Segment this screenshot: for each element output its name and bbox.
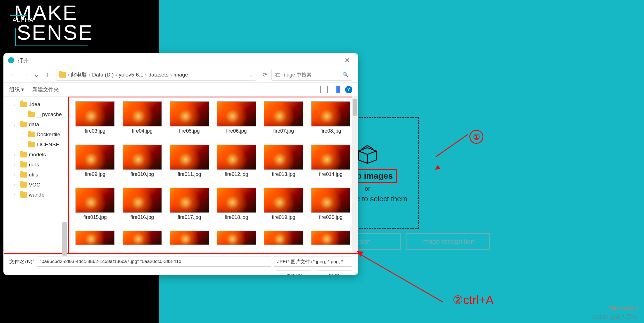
tree-item[interactable]: ›wandb (5, 190, 66, 200)
thumbnail (75, 188, 115, 213)
thumbnail (170, 101, 209, 126)
help-icon[interactable]: ? (345, 86, 352, 93)
tree-item[interactable]: ›data (5, 119, 66, 130)
up-icon[interactable]: ↑ (43, 70, 52, 80)
file-item[interactable]: fire014.jpg (308, 145, 353, 186)
thumbnail (75, 101, 115, 126)
file-label: fire019.jpg (272, 214, 295, 220)
breadcrumb[interactable]: › 此电脑› Data (D:)› yolov5-6.1› datasets› … (56, 69, 256, 81)
crumb[interactable]: datasets (148, 72, 168, 78)
crumb[interactable]: Data (D:) (92, 72, 114, 78)
file-item[interactable]: fire06.jpg (214, 101, 259, 142)
thumbnail (170, 188, 209, 213)
file-label: fire017.jpg (178, 214, 201, 220)
annotation-step2: ②ctrl+A (453, 293, 494, 307)
file-item[interactable]: fire013.jpg (261, 145, 306, 186)
grid-scrollbar[interactable] (352, 97, 358, 253)
tree-item[interactable]: ›VOC (5, 180, 66, 190)
chevron-down-icon[interactable]: ⌄ (249, 72, 253, 78)
file-item[interactable] (120, 231, 165, 253)
thumbnail (311, 188, 350, 213)
file-item[interactable]: fire019.jpg (261, 188, 306, 229)
dialog-title: 打开 (18, 57, 29, 64)
file-item[interactable]: fire015.jpg (73, 188, 118, 229)
preview-pane-icon[interactable] (333, 86, 340, 93)
close-icon[interactable]: ✕ (341, 55, 353, 65)
search-icon[interactable]: 🔍 (343, 72, 349, 78)
file-item[interactable]: fire03.jpg (73, 101, 118, 142)
crumb[interactable]: image (174, 72, 188, 78)
folder-tree[interactable]: ›.idea__pycache_›dataDockerfileLICENSE›m… (4, 97, 68, 253)
dialog-navbar: ← → ⌄ ↑ › 此电脑› Data (D:)› yolov5-6.1› da… (4, 67, 358, 83)
filename-input[interactable] (37, 257, 271, 267)
tree-item[interactable]: ›.idea (5, 99, 66, 109)
image-recognition-button[interactable]: Image recognition (406, 233, 490, 250)
file-item[interactable]: fire07.jpg (261, 101, 306, 142)
box-icon (356, 143, 379, 167)
dialog-titlebar: 打开 ✕ (4, 53, 358, 67)
back-icon[interactable]: ← (9, 70, 19, 80)
recent-icon[interactable]: ⌄ (32, 70, 41, 80)
file-open-dialog: 打开 ✕ ← → ⌄ ↑ › 此电脑› Data (D:)› yolov5-6.… (3, 53, 358, 275)
thumbnail (123, 231, 162, 245)
file-label: fire08.jpg (320, 128, 341, 134)
thumbnail (170, 231, 209, 245)
tree-item[interactable]: ›runs (5, 160, 66, 170)
file-item[interactable] (73, 231, 118, 253)
tree-item[interactable]: Dockerfile (5, 130, 66, 140)
thumbnail (311, 101, 350, 126)
file-item[interactable]: fire09.jpg (73, 145, 118, 186)
file-label: fire010.jpg (130, 171, 154, 177)
open-button[interactable]: 打开(O) (276, 271, 312, 275)
file-label: fire016.jpg (130, 214, 154, 220)
new-folder-button[interactable]: 新建文件夹 (32, 86, 59, 93)
file-item[interactable]: fire010.jpg (120, 145, 165, 186)
file-label: fire05.jpg (179, 128, 200, 134)
tree-item[interactable]: ›models (5, 150, 66, 160)
dialog-toolbar: 组织 ▾ 新建文件夹 ? (4, 83, 358, 97)
drop-or-label: or (365, 185, 370, 192)
file-item[interactable]: fire05.jpg (167, 101, 212, 142)
file-item[interactable] (214, 231, 259, 253)
file-item[interactable]: fire018.jpg (214, 188, 259, 229)
file-item[interactable]: fire011.jpg (167, 145, 212, 186)
tree-item[interactable]: __pycache_ (5, 109, 66, 119)
thumbnail (75, 231, 115, 245)
file-grid[interactable]: fire03.jpgfire04.jpgfire05.jpgfire06.jpg… (69, 97, 357, 253)
view-mode-icon[interactable] (320, 86, 328, 93)
search-input[interactable] (275, 72, 343, 78)
file-item[interactable] (167, 231, 212, 253)
forward-icon[interactable]: → (20, 70, 30, 80)
edge-icon (8, 57, 14, 63)
file-item[interactable]: fire012.jpg (214, 145, 259, 186)
file-label: fire020.jpg (319, 214, 343, 220)
file-item[interactable]: fire04.jpg (120, 101, 165, 142)
refresh-icon[interactable]: ⟳ (260, 71, 270, 78)
crumb[interactable]: 此电脑 (71, 71, 87, 78)
organize-button[interactable]: 组织 ▾ (9, 86, 24, 93)
logo-decoration (15, 28, 88, 46)
filetype-select[interactable]: JPEG 图片文件 (*.jpeg, *.png, *. (274, 257, 352, 267)
thumbnail (217, 231, 256, 245)
logo-decoration (10, 15, 27, 29)
crumb[interactable]: yolov5-6.1 (119, 72, 143, 78)
file-item[interactable] (308, 231, 353, 253)
file-item[interactable]: fire017.jpg (167, 188, 212, 229)
tree-item[interactable]: ›utils (5, 170, 66, 180)
file-item[interactable]: fire020.jpg (308, 188, 353, 229)
thumbnail (217, 188, 256, 213)
watermark-csdn: CSDN @路人贾'ω' (592, 313, 638, 321)
file-label: fire04.jpg (132, 128, 153, 134)
annotation-step1: ① (469, 130, 483, 144)
cancel-button[interactable]: 取消 (316, 271, 352, 275)
file-item[interactable]: fire016.jpg (120, 188, 165, 229)
file-item[interactable] (261, 231, 306, 253)
thumbnail (264, 188, 303, 213)
thumbnail (217, 101, 256, 126)
tree-scrollbar[interactable] (62, 222, 67, 256)
file-item[interactable]: fire08.jpg (308, 101, 353, 142)
search-box[interactable]: 🔍 (271, 69, 352, 81)
watermark-yuucn: Yuucn.com (608, 305, 638, 312)
tree-item[interactable]: LICENSE (5, 140, 66, 150)
thumbnail (170, 145, 209, 170)
